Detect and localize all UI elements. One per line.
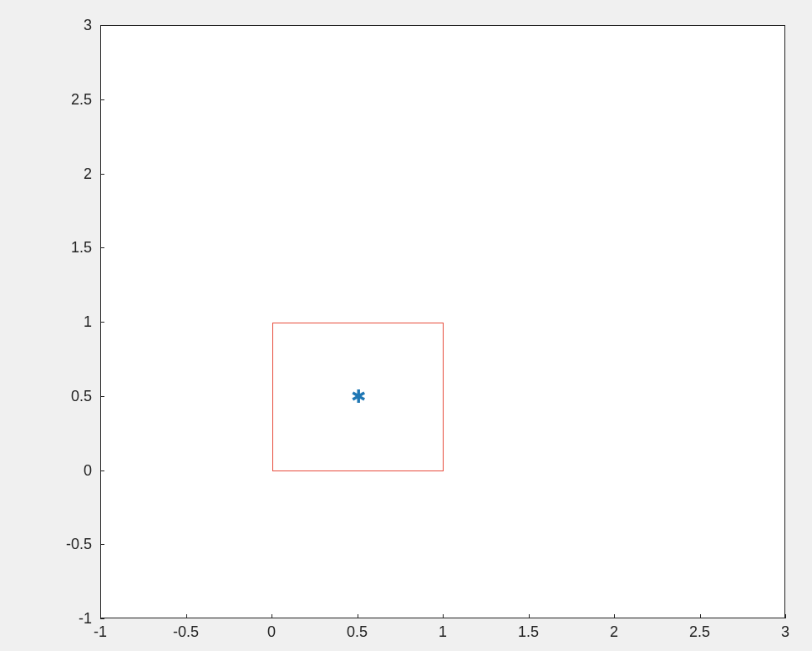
x-tick xyxy=(358,614,358,618)
x-tick xyxy=(529,614,530,618)
y-tick-label: 2 xyxy=(84,165,92,182)
y-tick-label: 0.5 xyxy=(71,387,92,404)
x-tick xyxy=(443,614,444,618)
x-tick-label: 2.5 xyxy=(689,623,710,641)
plot-axes: ✱ xyxy=(100,25,785,618)
y-tick xyxy=(100,247,104,248)
x-tick-label: 1.5 xyxy=(518,623,539,641)
y-tick xyxy=(100,174,104,175)
y-tick xyxy=(100,396,104,397)
y-tick-label: -0.5 xyxy=(66,536,92,553)
asterisk-marker: ✱ xyxy=(351,388,366,406)
x-tick-label: 3 xyxy=(781,623,789,641)
x-tick xyxy=(700,614,701,618)
y-tick-label: 1.5 xyxy=(71,239,92,257)
y-tick-label: 2.5 xyxy=(71,90,92,108)
y-tick xyxy=(100,544,104,545)
x-tick-label: -1 xyxy=(94,623,107,641)
x-tick-label: 0 xyxy=(267,623,276,641)
y-tick-label: -1 xyxy=(79,610,92,628)
x-tick xyxy=(186,614,187,618)
y-tick xyxy=(100,618,104,619)
y-tick xyxy=(100,99,104,100)
y-tick xyxy=(100,25,104,26)
x-tick-label: 2 xyxy=(610,623,618,641)
x-tick-label: 0.5 xyxy=(347,623,368,641)
y-tick-label: 0 xyxy=(84,461,92,479)
y-tick xyxy=(100,470,104,471)
y-tick-label: 3 xyxy=(84,17,92,34)
x-tick-label: 1 xyxy=(439,623,447,641)
x-tick xyxy=(785,614,786,618)
y-tick xyxy=(100,322,104,323)
y-tick-label: 1 xyxy=(84,313,92,331)
x-tick-label: -0.5 xyxy=(173,623,199,641)
figure-panel: ✱ -1-0.500.511.522.53-1-0.500.511.522.53 xyxy=(0,0,812,651)
x-tick xyxy=(272,614,272,618)
x-tick xyxy=(614,614,615,618)
